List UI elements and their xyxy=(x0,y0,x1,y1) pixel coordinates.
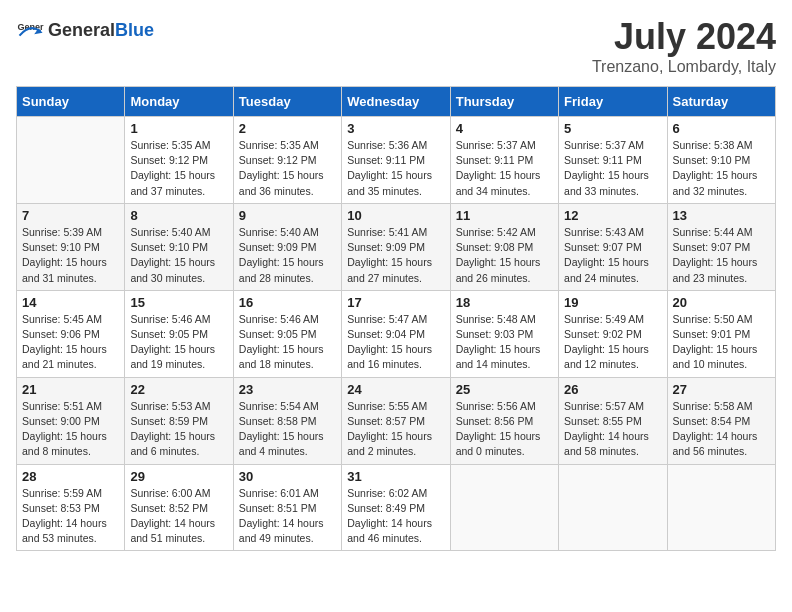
calendar-table: SundayMondayTuesdayWednesdayThursdayFrid… xyxy=(16,86,776,551)
calendar-week-row: 28Sunrise: 5:59 AMSunset: 8:53 PMDayligh… xyxy=(17,464,776,551)
day-number: 30 xyxy=(239,469,336,484)
col-header-monday: Monday xyxy=(125,87,233,117)
calendar-cell xyxy=(559,464,667,551)
day-number: 27 xyxy=(673,382,770,397)
day-info: Sunrise: 5:51 AMSunset: 9:00 PMDaylight:… xyxy=(22,399,119,460)
day-info: Sunrise: 5:44 AMSunset: 9:07 PMDaylight:… xyxy=(673,225,770,286)
calendar-cell: 19Sunrise: 5:49 AMSunset: 9:02 PMDayligh… xyxy=(559,290,667,377)
calendar-week-row: 7Sunrise: 5:39 AMSunset: 9:10 PMDaylight… xyxy=(17,203,776,290)
day-number: 16 xyxy=(239,295,336,310)
calendar-cell: 6Sunrise: 5:38 AMSunset: 9:10 PMDaylight… xyxy=(667,117,775,204)
day-info: Sunrise: 5:59 AMSunset: 8:53 PMDaylight:… xyxy=(22,486,119,547)
calendar-cell: 22Sunrise: 5:53 AMSunset: 8:59 PMDayligh… xyxy=(125,377,233,464)
calendar-cell: 29Sunrise: 6:00 AMSunset: 8:52 PMDayligh… xyxy=(125,464,233,551)
day-number: 5 xyxy=(564,121,661,136)
calendar-cell: 8Sunrise: 5:40 AMSunset: 9:10 PMDaylight… xyxy=(125,203,233,290)
day-number: 1 xyxy=(130,121,227,136)
calendar-cell: 11Sunrise: 5:42 AMSunset: 9:08 PMDayligh… xyxy=(450,203,558,290)
day-info: Sunrise: 5:57 AMSunset: 8:55 PMDaylight:… xyxy=(564,399,661,460)
calendar-cell: 23Sunrise: 5:54 AMSunset: 8:58 PMDayligh… xyxy=(233,377,341,464)
day-number: 25 xyxy=(456,382,553,397)
calendar-cell: 16Sunrise: 5:46 AMSunset: 9:05 PMDayligh… xyxy=(233,290,341,377)
col-header-saturday: Saturday xyxy=(667,87,775,117)
day-number: 29 xyxy=(130,469,227,484)
logo-general-text: General xyxy=(48,20,115,41)
day-info: Sunrise: 5:45 AMSunset: 9:06 PMDaylight:… xyxy=(22,312,119,373)
logo-icon: General xyxy=(16,16,44,44)
calendar-cell xyxy=(667,464,775,551)
calendar-cell: 1Sunrise: 5:35 AMSunset: 9:12 PMDaylight… xyxy=(125,117,233,204)
calendar-cell: 14Sunrise: 5:45 AMSunset: 9:06 PMDayligh… xyxy=(17,290,125,377)
day-number: 2 xyxy=(239,121,336,136)
calendar-cell: 25Sunrise: 5:56 AMSunset: 8:56 PMDayligh… xyxy=(450,377,558,464)
day-number: 31 xyxy=(347,469,444,484)
calendar-cell: 3Sunrise: 5:36 AMSunset: 9:11 PMDaylight… xyxy=(342,117,450,204)
col-header-sunday: Sunday xyxy=(17,87,125,117)
calendar-header-row: SundayMondayTuesdayWednesdayThursdayFrid… xyxy=(17,87,776,117)
day-number: 26 xyxy=(564,382,661,397)
day-info: Sunrise: 5:46 AMSunset: 9:05 PMDaylight:… xyxy=(130,312,227,373)
calendar-cell: 24Sunrise: 5:55 AMSunset: 8:57 PMDayligh… xyxy=(342,377,450,464)
day-info: Sunrise: 5:37 AMSunset: 9:11 PMDaylight:… xyxy=(456,138,553,199)
calendar-cell: 7Sunrise: 5:39 AMSunset: 9:10 PMDaylight… xyxy=(17,203,125,290)
calendar-cell: 5Sunrise: 5:37 AMSunset: 9:11 PMDaylight… xyxy=(559,117,667,204)
logo-blue-text: Blue xyxy=(115,20,154,41)
day-info: Sunrise: 5:39 AMSunset: 9:10 PMDaylight:… xyxy=(22,225,119,286)
calendar-cell: 18Sunrise: 5:48 AMSunset: 9:03 PMDayligh… xyxy=(450,290,558,377)
day-number: 9 xyxy=(239,208,336,223)
day-number: 12 xyxy=(564,208,661,223)
calendar-week-row: 14Sunrise: 5:45 AMSunset: 9:06 PMDayligh… xyxy=(17,290,776,377)
day-info: Sunrise: 5:40 AMSunset: 9:10 PMDaylight:… xyxy=(130,225,227,286)
col-header-wednesday: Wednesday xyxy=(342,87,450,117)
day-number: 22 xyxy=(130,382,227,397)
logo: General GeneralBlue xyxy=(16,16,154,44)
calendar-cell xyxy=(17,117,125,204)
day-info: Sunrise: 6:00 AMSunset: 8:52 PMDaylight:… xyxy=(130,486,227,547)
day-info: Sunrise: 5:41 AMSunset: 9:09 PMDaylight:… xyxy=(347,225,444,286)
day-number: 21 xyxy=(22,382,119,397)
day-number: 17 xyxy=(347,295,444,310)
day-number: 15 xyxy=(130,295,227,310)
day-info: Sunrise: 5:42 AMSunset: 9:08 PMDaylight:… xyxy=(456,225,553,286)
calendar-cell: 2Sunrise: 5:35 AMSunset: 9:12 PMDaylight… xyxy=(233,117,341,204)
day-info: Sunrise: 5:35 AMSunset: 9:12 PMDaylight:… xyxy=(239,138,336,199)
calendar-cell: 10Sunrise: 5:41 AMSunset: 9:09 PMDayligh… xyxy=(342,203,450,290)
calendar-cell: 4Sunrise: 5:37 AMSunset: 9:11 PMDaylight… xyxy=(450,117,558,204)
location-subtitle: Trenzano, Lombardy, Italy xyxy=(592,58,776,76)
day-info: Sunrise: 5:55 AMSunset: 8:57 PMDaylight:… xyxy=(347,399,444,460)
day-number: 19 xyxy=(564,295,661,310)
day-info: Sunrise: 6:01 AMSunset: 8:51 PMDaylight:… xyxy=(239,486,336,547)
calendar-cell xyxy=(450,464,558,551)
day-info: Sunrise: 5:37 AMSunset: 9:11 PMDaylight:… xyxy=(564,138,661,199)
day-number: 10 xyxy=(347,208,444,223)
calendar-week-row: 1Sunrise: 5:35 AMSunset: 9:12 PMDaylight… xyxy=(17,117,776,204)
col-header-friday: Friday xyxy=(559,87,667,117)
calendar-cell: 13Sunrise: 5:44 AMSunset: 9:07 PMDayligh… xyxy=(667,203,775,290)
day-info: Sunrise: 5:58 AMSunset: 8:54 PMDaylight:… xyxy=(673,399,770,460)
day-info: Sunrise: 5:43 AMSunset: 9:07 PMDaylight:… xyxy=(564,225,661,286)
calendar-cell: 9Sunrise: 5:40 AMSunset: 9:09 PMDaylight… xyxy=(233,203,341,290)
day-info: Sunrise: 5:54 AMSunset: 8:58 PMDaylight:… xyxy=(239,399,336,460)
calendar-cell: 21Sunrise: 5:51 AMSunset: 9:00 PMDayligh… xyxy=(17,377,125,464)
col-header-tuesday: Tuesday xyxy=(233,87,341,117)
day-info: Sunrise: 5:50 AMSunset: 9:01 PMDaylight:… xyxy=(673,312,770,373)
day-number: 3 xyxy=(347,121,444,136)
calendar-cell: 12Sunrise: 5:43 AMSunset: 9:07 PMDayligh… xyxy=(559,203,667,290)
month-year-title: July 2024 xyxy=(592,16,776,58)
day-info: Sunrise: 5:36 AMSunset: 9:11 PMDaylight:… xyxy=(347,138,444,199)
calendar-cell: 27Sunrise: 5:58 AMSunset: 8:54 PMDayligh… xyxy=(667,377,775,464)
calendar-cell: 28Sunrise: 5:59 AMSunset: 8:53 PMDayligh… xyxy=(17,464,125,551)
calendar-cell: 17Sunrise: 5:47 AMSunset: 9:04 PMDayligh… xyxy=(342,290,450,377)
col-header-thursday: Thursday xyxy=(450,87,558,117)
calendar-week-row: 21Sunrise: 5:51 AMSunset: 9:00 PMDayligh… xyxy=(17,377,776,464)
day-number: 24 xyxy=(347,382,444,397)
day-info: Sunrise: 5:46 AMSunset: 9:05 PMDaylight:… xyxy=(239,312,336,373)
day-info: Sunrise: 5:40 AMSunset: 9:09 PMDaylight:… xyxy=(239,225,336,286)
header: General GeneralBlue July 2024 Trenzano, … xyxy=(16,16,776,76)
day-number: 20 xyxy=(673,295,770,310)
day-number: 8 xyxy=(130,208,227,223)
title-area: July 2024 Trenzano, Lombardy, Italy xyxy=(592,16,776,76)
day-number: 28 xyxy=(22,469,119,484)
calendar-cell: 20Sunrise: 5:50 AMSunset: 9:01 PMDayligh… xyxy=(667,290,775,377)
day-info: Sunrise: 5:38 AMSunset: 9:10 PMDaylight:… xyxy=(673,138,770,199)
